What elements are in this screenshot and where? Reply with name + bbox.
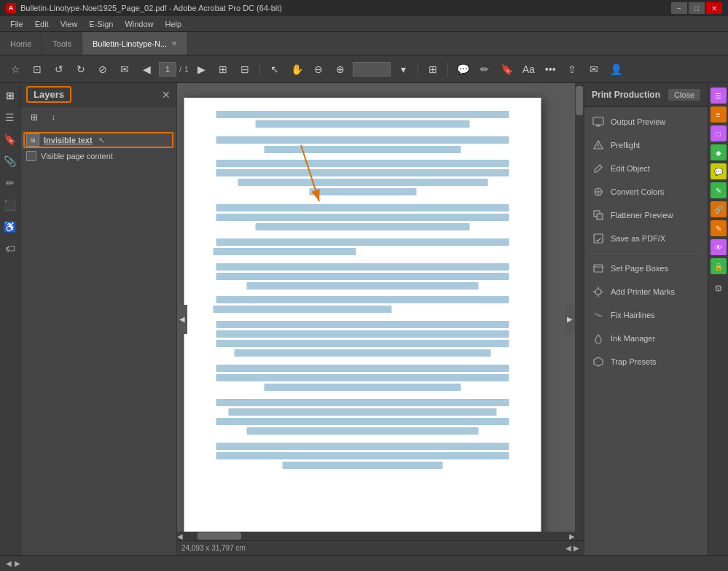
pp-item-fix-hairlines[interactable]: Fix Hairlines bbox=[584, 303, 708, 327]
pp-item-preflight[interactable]: Preflight bbox=[584, 133, 708, 157]
minimize-button[interactable]: − bbox=[671, 2, 687, 14]
left-icon-attachments[interactable]: 📎 bbox=[2, 153, 18, 169]
right-icon-label-10: 🔒 bbox=[714, 263, 723, 271]
save-pdfx-label: Save as PDF/X bbox=[611, 234, 665, 243]
save-pdfx-icon bbox=[592, 232, 605, 245]
right-icon-panel-3[interactable]: □ bbox=[711, 125, 727, 141]
canvas-toggle-right[interactable]: ▶ bbox=[565, 305, 575, 334]
menu-edit[interactable]: Edit bbox=[29, 18, 55, 30]
page-nav-arrows: ◀ ▶ bbox=[565, 544, 579, 552]
zoom-out-tool[interactable]: ⊖ bbox=[309, 60, 328, 79]
print-tool[interactable]: ⊘ bbox=[93, 60, 112, 79]
stamp-tool[interactable]: 🔖 bbox=[497, 60, 516, 79]
share-tool[interactable]: ⇧ bbox=[563, 60, 582, 79]
more-tools[interactable]: ••• bbox=[541, 60, 560, 79]
right-icon-panel-5[interactable]: 💬 bbox=[711, 163, 727, 179]
print-production-close[interactable]: Close bbox=[668, 89, 700, 101]
canvas-scrollbar-vertical[interactable] bbox=[575, 83, 584, 540]
tab-document[interactable]: Bulletin-Linotype-N... ✕ bbox=[82, 32, 188, 55]
right-icon-panel-6[interactable]: ✎ bbox=[711, 182, 727, 198]
canvas-toggle-left[interactable]: ◀ bbox=[177, 305, 187, 334]
menu-window[interactable]: Window bbox=[119, 18, 159, 30]
menu-view[interactable]: View bbox=[55, 18, 84, 30]
left-icon-drawing[interactable]: ✏ bbox=[2, 175, 18, 191]
redo-tool[interactable]: ↻ bbox=[71, 60, 90, 79]
trap-presets-label: Trap Presets bbox=[611, 357, 657, 366]
text-tool[interactable]: Aa bbox=[519, 60, 538, 79]
canvas-area[interactable]: ◀ bbox=[177, 83, 584, 555]
pp-item-trap-presets[interactable]: Trap Presets bbox=[584, 350, 708, 373]
svg-rect-9 bbox=[594, 234, 603, 243]
email-tool[interactable]: ✉ bbox=[584, 60, 603, 79]
zoom-dropdown[interactable]: ▾ bbox=[394, 60, 412, 79]
left-icon-bookmarks[interactable]: 🔖 bbox=[2, 131, 18, 147]
canvas-scroll-thumb-v[interactable] bbox=[576, 86, 583, 115]
zoom-level-input[interactable]: 61,2 % bbox=[353, 62, 391, 77]
svg-rect-8 bbox=[597, 214, 603, 220]
page-number-input[interactable] bbox=[159, 62, 176, 77]
menu-file[interactable]: File bbox=[4, 18, 29, 30]
bookmark-tool[interactable]: ☆ bbox=[6, 60, 25, 79]
nav-prev-tool[interactable]: ◀ bbox=[137, 60, 156, 79]
fit-page-tool[interactable]: ⊞ bbox=[214, 60, 232, 79]
right-icon-panel-9[interactable]: 👁 bbox=[711, 239, 727, 255]
window-close-button[interactable]: ✕ bbox=[706, 2, 722, 14]
pp-item-set-page-boxes[interactable]: Set Page Boxes bbox=[584, 257, 708, 280]
layer-visibility-icon[interactable]: ⊞ bbox=[26, 133, 39, 147]
pen-tool[interactable]: ✏ bbox=[475, 60, 494, 79]
menu-esign[interactable]: E-Sign bbox=[83, 18, 119, 30]
layers-expand-button[interactable]: ⊞ bbox=[26, 109, 42, 125]
left-icon-redact[interactable]: ⬛ bbox=[2, 197, 18, 213]
select-tool[interactable]: ↖ bbox=[265, 60, 284, 79]
restore-button[interactable]: □ bbox=[689, 2, 705, 14]
layers-close-button[interactable]: ✕ bbox=[162, 89, 171, 101]
tab-tools[interactable]: Tools bbox=[42, 32, 82, 55]
layer-item-visible-content[interactable]: Visible page content bbox=[20, 149, 176, 163]
layer-item-invisible-text[interactable]: ⊞ Invisible text ↖ bbox=[20, 131, 176, 149]
print-production-items: Output Preview Preflight Edit Object Con… bbox=[584, 107, 708, 555]
right-icon-panel-2[interactable]: ≡ bbox=[711, 106, 727, 123]
right-icon-panel-10[interactable]: 🔒 bbox=[711, 258, 727, 274]
tab-home[interactable]: Home bbox=[0, 32, 42, 55]
layers-collapse-button[interactable]: ↓ bbox=[45, 109, 61, 125]
pp-item-save-pdfx[interactable]: Save as PDF/X bbox=[584, 227, 708, 250]
zoom-in-tool[interactable]: ⊕ bbox=[331, 60, 350, 79]
statusbar-next[interactable]: ▶ bbox=[15, 559, 20, 567]
canvas-scroll-thumb-h[interactable] bbox=[197, 532, 241, 540]
undo-tool[interactable]: ↺ bbox=[50, 60, 69, 79]
right-icon-panel-7[interactable]: 🔗 bbox=[711, 201, 727, 217]
right-icon-settings[interactable]: ⚙ bbox=[711, 280, 727, 296]
pp-item-flattener-preview[interactable]: Flattener Preview bbox=[584, 203, 708, 227]
left-icon-home[interactable]: ⊞ bbox=[2, 88, 18, 104]
snapshot-tool[interactable]: ⊞ bbox=[423, 60, 442, 79]
scroll-left-button[interactable]: ◀ bbox=[177, 532, 183, 540]
pp-item-ink-manager[interactable]: Ink Manager bbox=[584, 327, 708, 350]
print-production-header: Print Production Close bbox=[584, 83, 708, 107]
left-icon-layers[interactable]: ☰ bbox=[2, 109, 18, 125]
right-icon-panel-8[interactable]: ✎ bbox=[711, 220, 727, 236]
titlebar-left: A Bulletin-Linotype-Noel1925_Page_02.pdf… bbox=[6, 3, 282, 13]
right-icon-panel-4[interactable]: ◆ bbox=[711, 144, 727, 160]
layer-visibility-checkbox[interactable] bbox=[26, 151, 36, 161]
hand-tool[interactable]: ✋ bbox=[287, 60, 306, 79]
left-icon-accessibility[interactable]: ♿ bbox=[2, 219, 18, 235]
left-icon-tag[interactable]: 🏷 bbox=[2, 241, 18, 257]
recent-tool[interactable]: ⊡ bbox=[28, 60, 47, 79]
pp-item-edit-object[interactable]: Edit Object bbox=[584, 157, 708, 180]
scroll-right-button[interactable]: ▶ bbox=[569, 532, 575, 540]
tab-close-button[interactable]: ✕ bbox=[171, 39, 177, 47]
mail-tool[interactable]: ✉ bbox=[115, 60, 134, 79]
window-controls[interactable]: − □ ✕ bbox=[671, 2, 722, 14]
page-view-tool[interactable]: ⊟ bbox=[235, 60, 254, 79]
account-tool[interactable]: 👤 bbox=[606, 60, 625, 79]
comment-tool[interactable]: 💬 bbox=[453, 60, 472, 79]
right-icon-panel-1[interactable]: ☰ bbox=[711, 88, 727, 104]
nav-next-tool[interactable]: ▶ bbox=[192, 60, 211, 79]
pp-item-convert-colors[interactable]: Convert Colors bbox=[584, 180, 708, 203]
canvas-scrollbar-horizontal[interactable]: ◀ ▶ bbox=[177, 532, 575, 540]
menu-help[interactable]: Help bbox=[160, 18, 188, 30]
right-icon-label-5: 💬 bbox=[714, 168, 723, 176]
pp-item-add-printer-marks[interactable]: Add Printer Marks bbox=[584, 280, 708, 303]
pp-item-output-preview[interactable]: Output Preview bbox=[584, 110, 708, 133]
statusbar-prev[interactable]: ◀ bbox=[6, 559, 12, 567]
